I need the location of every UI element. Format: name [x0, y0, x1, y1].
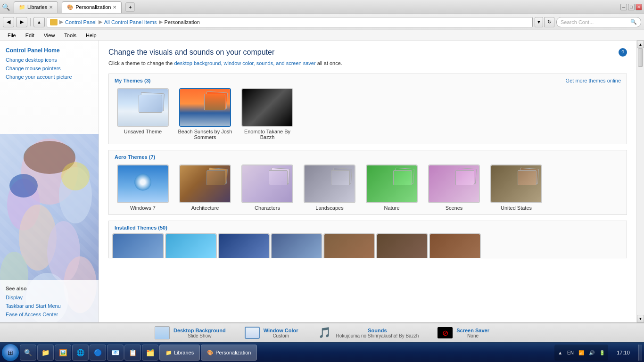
theme-item-installed-2[interactable]: [167, 233, 215, 258]
menu-edit[interactable]: Edit: [22, 32, 38, 39]
personalization-tab-icon: 🎨: [67, 4, 74, 10]
close-button[interactable]: ✕: [636, 4, 642, 10]
theme-item-enomoto[interactable]: Enomoto Takane By Bazzh: [239, 88, 296, 140]
sidebar-change-account-picture[interactable]: Change your account picture: [6, 73, 93, 81]
theme-thumbnail-enomoto: [241, 88, 293, 127]
sidebar: Control Panel Home Change desktop icons …: [0, 41, 99, 322]
address-dropdown-button[interactable]: ▼: [535, 17, 543, 27]
sidebar-change-mouse-pointers[interactable]: Change mouse pointers: [6, 64, 93, 73]
sidebar-ease-access-link[interactable]: Ease of Access Center: [6, 310, 93, 319]
screen-saver-sublabel: None: [467, 333, 479, 338]
search-placeholder-text: Search Cont...: [561, 19, 594, 25]
taskbar-photo-btn[interactable]: 🖼️: [55, 345, 71, 361]
tray-volume[interactable]: 🔊: [587, 350, 596, 355]
breadcrumb-all-items[interactable]: All Control Panel Items: [104, 19, 157, 25]
search-magnifier-icon[interactable]: 🔍: [2, 3, 10, 11]
taskbar-mail-btn[interactable]: 📧: [107, 345, 124, 361]
theme-item-united-states[interactable]: United States: [488, 165, 545, 211]
taskbar-personalization-btn[interactable]: 🎨Personalization: [201, 345, 257, 361]
theme-item-scenes[interactable]: Scenes: [426, 165, 482, 211]
help-button[interactable]: ?: [619, 48, 627, 57]
tab-personalization[interactable]: 🎨 Personalization ✕: [62, 1, 122, 13]
scroll-thumb[interactable]: [638, 48, 643, 67]
theme-label-enomoto: Enomoto Takane By Bazzh: [239, 129, 296, 140]
search-icon[interactable]: 🔍: [630, 19, 637, 25]
sidebar-taskbar-link[interactable]: Taskbar and Start Menu: [6, 302, 93, 310]
refresh-button[interactable]: ↻: [544, 17, 554, 27]
sounds-icon: 🎵: [317, 325, 332, 340]
screen-saver-item[interactable]: ⊘ Screen Saver None: [438, 325, 489, 340]
show-desktop-button[interactable]: [638, 345, 642, 361]
taskbar-chrome-btn[interactable]: 🌐: [72, 345, 89, 361]
taskbar-libraries-btn[interactable]: 📁Libraries: [159, 345, 200, 361]
sidebar-change-desktop-icons[interactable]: Change desktop icons: [6, 56, 93, 64]
installed-themes-row: [115, 233, 621, 258]
desktop-background-item[interactable]: Desktop Background Slide Show: [155, 325, 226, 340]
new-tab-button[interactable]: +: [125, 2, 135, 12]
breadcrumb-sep-1: ▶: [59, 19, 63, 25]
theme-item-installed-3[interactable]: [220, 233, 267, 258]
sidebar-display-link[interactable]: Display: [6, 293, 93, 302]
theme-item-landscapes[interactable]: Landscapes: [301, 165, 358, 211]
back-button[interactable]: ◀: [3, 17, 14, 27]
theme-item-installed-1[interactable]: [115, 233, 162, 258]
libraries-tab-close[interactable]: ✕: [49, 5, 53, 10]
tray-language[interactable]: EN: [566, 350, 575, 355]
menu-bar: File Edit View Tools Help: [0, 30, 644, 41]
taskbar-app2-btn[interactable]: 🗂️: [142, 345, 158, 361]
window-color-item[interactable]: Window Color Custom: [245, 325, 298, 340]
personalization-tab-close[interactable]: ✕: [113, 5, 116, 10]
tray-arrow[interactable]: ▲: [556, 350, 564, 355]
scroll-down-button[interactable]: ▼: [637, 315, 644, 322]
theme-item-win7[interactable]: Windows 7: [115, 165, 171, 211]
theme-thumbnail-win7: [117, 165, 169, 203]
theme-thumbnail-installed-3: [218, 233, 270, 258]
theme-item-installed-5[interactable]: [326, 233, 373, 258]
theme-thumbnail-installed-6: [376, 233, 428, 258]
scroll-up-button[interactable]: ▲: [637, 41, 644, 48]
taskbar-clock[interactable]: 17:10: [609, 350, 637, 355]
menu-view[interactable]: View: [40, 32, 59, 39]
breadcrumb-control-panel[interactable]: Control Panel: [65, 19, 97, 25]
scroll-track[interactable]: [637, 48, 644, 315]
search-box[interactable]: Search Cont... 🔍: [556, 17, 641, 27]
menu-tools[interactable]: Tools: [60, 32, 80, 39]
up-button[interactable]: ▲: [33, 17, 45, 27]
theme-item-beach[interactable]: Beach Sunsets by Josh Sommers: [177, 88, 233, 140]
taskbar-search-btn[interactable]: 🔍: [20, 345, 36, 361]
menu-help[interactable]: Help: [82, 32, 100, 39]
menu-file[interactable]: File: [4, 32, 20, 39]
window-color-sublabel: Custom: [272, 333, 289, 338]
start-button[interactable]: ⊞: [2, 344, 19, 361]
get-more-themes-link[interactable]: Get more themes online: [566, 78, 621, 83]
sidebar-control-panel-home[interactable]: Control Panel Home: [6, 44, 93, 56]
tray-network[interactable]: 📶: [577, 350, 586, 355]
page-subtitle: Click a theme to change the desktop back…: [108, 60, 627, 66]
aero-themes-row: Windows 7 Architecture: [115, 165, 621, 211]
address-bar: ◀ ▶ ▲ ▶ Control Panel ▶ All Control Pane…: [0, 14, 644, 30]
forward-button[interactable]: ▶: [16, 17, 27, 27]
screen-saver-label: Screen Saver: [456, 328, 489, 333]
sounds-item[interactable]: 🎵 Sounds Rokujouma no Shinryakusha! By B…: [317, 325, 419, 340]
theme-item-unsaved[interactable]: Unsaved Theme: [115, 88, 171, 140]
theme-item-nature[interactable]: Nature: [363, 165, 420, 211]
taskbar-app1-btn[interactable]: 📋: [124, 345, 141, 361]
theme-item-architecture[interactable]: Architecture: [177, 165, 233, 211]
theme-item-installed-6[interactable]: [379, 233, 426, 258]
see-also-label: See also: [6, 284, 93, 293]
aero-themes-section: Aero Themes (7) Windows 7: [108, 150, 627, 215]
minimize-button[interactable]: ─: [620, 4, 627, 10]
taskbar-ie-btn[interactable]: 🔵: [90, 345, 106, 361]
tray-battery[interactable]: 🔋: [598, 350, 606, 355]
my-themes-title: My Themes (3): [115, 78, 150, 83]
theme-thumbnail-installed-5: [323, 233, 375, 258]
maximize-button[interactable]: □: [628, 4, 635, 10]
taskbar: ⊞ 🔍 📁 🖼️ 🌐 🔵 📧 📋 🗂️ 📁Libraries 🎨Personal…: [0, 343, 644, 362]
theme-item-characters[interactable]: Characters: [239, 165, 296, 211]
taskbar-folder-btn[interactable]: 📁: [37, 345, 54, 361]
scrollbar[interactable]: ▲ ▼: [636, 41, 644, 322]
desktop-background-icon: [155, 325, 170, 340]
tab-libraries[interactable]: 📁 Libraries ✕: [14, 1, 58, 13]
theme-item-installed-7[interactable]: [431, 233, 479, 258]
theme-item-installed-4[interactable]: [273, 233, 320, 258]
